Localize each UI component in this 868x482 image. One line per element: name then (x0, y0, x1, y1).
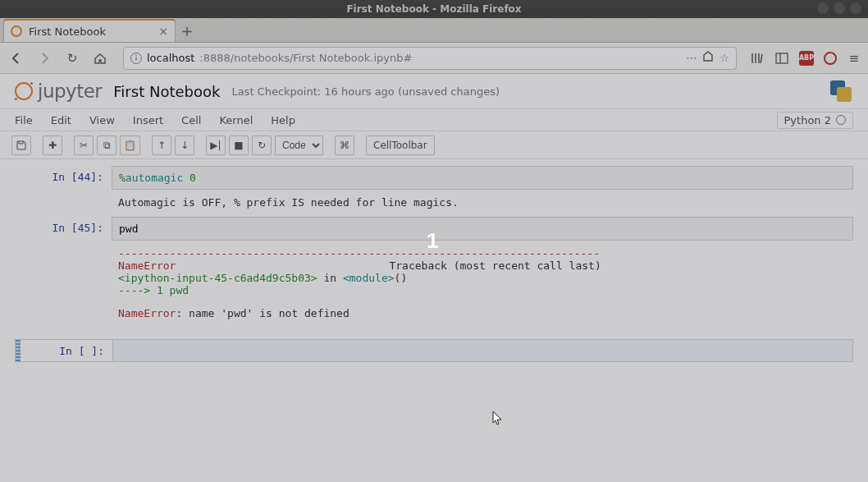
bookmark-star-icon[interactable]: ☆ (720, 52, 729, 64)
reader-mode-icon[interactable] (701, 50, 715, 66)
code-cell[interactable]: In [44]: %automagic 0 Automagic is OFF, … (15, 166, 853, 213)
site-info-icon[interactable]: i (130, 53, 142, 64)
traceback-line: <ipython-input-45-c6ad4d9c5b03> in <modu… (118, 272, 853, 284)
notebook-cells-area[interactable]: In [44]: %automagic 0 Automagic is OFF, … (0, 159, 868, 482)
notebook-toolbar: ✚ ✂ ⧉ 📋 ↑ ↓ ▶| ■ ↻ Code ⌘ CellToolbar (0, 131, 868, 159)
menu-file[interactable]: File (15, 114, 33, 126)
interrupt-button[interactable]: ■ (229, 135, 249, 155)
new-tab-button[interactable]: + (176, 19, 199, 42)
notebook-name[interactable]: First Notebook (113, 83, 220, 100)
cell-output: Automagic is OFF, % prefix IS needed for… (112, 190, 853, 213)
celltoolbar-button[interactable]: CellToolbar (366, 135, 435, 155)
hamburger-menu-icon[interactable]: ≡ (847, 51, 861, 66)
page-actions-icon[interactable]: ⋯ (686, 52, 697, 64)
nav-forward-button[interactable] (34, 48, 54, 68)
restart-button[interactable]: ↻ (252, 135, 272, 155)
browser-tab-active[interactable]: First Notebook × (3, 19, 176, 42)
menu-edit[interactable]: Edit (51, 114, 71, 126)
url-host: localhost (147, 52, 194, 64)
menu-kernel[interactable]: Kernel (219, 114, 253, 126)
jupyter-logo-text: jupyter (38, 80, 102, 102)
traceback-line: NameError: name 'pwd' is not defined (118, 307, 853, 319)
paste-button[interactable]: 📋 (120, 135, 140, 155)
menu-help[interactable]: Help (271, 114, 295, 126)
code-cell[interactable]: In [45]: pwd ---------------------------… (15, 217, 853, 324)
menu-view[interactable]: View (89, 114, 115, 126)
python-logo-icon (829, 79, 853, 103)
move-down-button[interactable]: ↓ (175, 135, 194, 155)
window-title-bar: First Notebook - Mozilla Firefox (0, 0, 868, 18)
url-bar[interactable]: i localhost:8888/notebooks/First Noteboo… (123, 47, 737, 70)
sidebar-icon[interactable] (774, 51, 789, 66)
window-maximize-button[interactable] (834, 2, 845, 14)
tab-close-icon[interactable]: × (158, 25, 168, 38)
command-palette-button[interactable]: ⌘ (335, 135, 354, 155)
cell-type-select[interactable]: Code (275, 135, 323, 155)
kernel-status-icon (836, 115, 846, 125)
kernel-indicator[interactable]: Python 2 (777, 112, 853, 129)
traceback-line: ----> 1 pwd (118, 284, 853, 296)
window-title: First Notebook - Mozilla Firefox (346, 3, 521, 15)
jupyter-logo[interactable]: jupyter (15, 80, 102, 102)
jupyter-favicon-icon (11, 25, 22, 37)
move-up-button[interactable]: ↑ (152, 135, 171, 155)
code-input[interactable] (112, 340, 852, 361)
save-button[interactable] (11, 135, 31, 155)
traceback-line: ----------------------------------------… (118, 247, 853, 259)
window-close-button[interactable] (850, 2, 861, 14)
adblock-icon[interactable]: ABP (799, 51, 814, 66)
url-path: :8888/notebooks/First Notebook.ipynb# (199, 52, 412, 64)
insert-cell-button[interactable]: ✚ (43, 135, 62, 155)
svg-rect-0 (776, 53, 788, 63)
nav-back-button[interactable] (7, 48, 26, 68)
copy-button[interactable]: ⧉ (97, 135, 116, 155)
input-prompt: In [45]: (15, 217, 112, 324)
traceback-line: NameErrorTraceback (most recent call las… (118, 259, 853, 272)
window-minimize-button[interactable] (817, 2, 829, 14)
notebook-menubar: File Edit View Insert Cell Kernel Help P… (0, 108, 868, 131)
notebook-header: jupyter First Notebook Last Checkpoint: … (0, 74, 868, 108)
code-input[interactable]: pwd (112, 217, 853, 241)
cell-output-error: ----------------------------------------… (112, 241, 853, 324)
output-text: Automagic is OFF, % prefix IS needed for… (118, 196, 853, 209)
library-icon[interactable] (750, 51, 765, 66)
checkpoint-status: Last Checkpoint: 16 hours ago (unsaved c… (231, 85, 500, 98)
browser-tabstrip: First Notebook × + (0, 18, 868, 43)
menu-insert[interactable]: Insert (133, 114, 163, 126)
code-cell-selected[interactable]: In [ ]: (15, 339, 853, 362)
menu-cell[interactable]: Cell (181, 114, 201, 126)
code-input[interactable]: %automagic 0 (112, 166, 853, 190)
cut-button[interactable]: ✂ (74, 135, 94, 155)
kernel-name: Python 2 (784, 114, 831, 126)
input-prompt: In [ ]: (21, 340, 112, 361)
run-button[interactable]: ▶| (206, 135, 226, 155)
extension-icon[interactable] (824, 52, 837, 65)
browser-navbar: ↻ i localhost:8888/notebooks/First Noteb… (0, 43, 868, 74)
nav-reload-button[interactable]: ↻ (62, 48, 82, 68)
page-content: jupyter First Notebook Last Checkpoint: … (0, 74, 868, 482)
nav-home-button[interactable] (90, 48, 110, 68)
jupyter-logo-icon (15, 82, 33, 100)
tab-title: First Notebook (29, 25, 152, 38)
input-prompt: In [44]: (15, 166, 112, 213)
